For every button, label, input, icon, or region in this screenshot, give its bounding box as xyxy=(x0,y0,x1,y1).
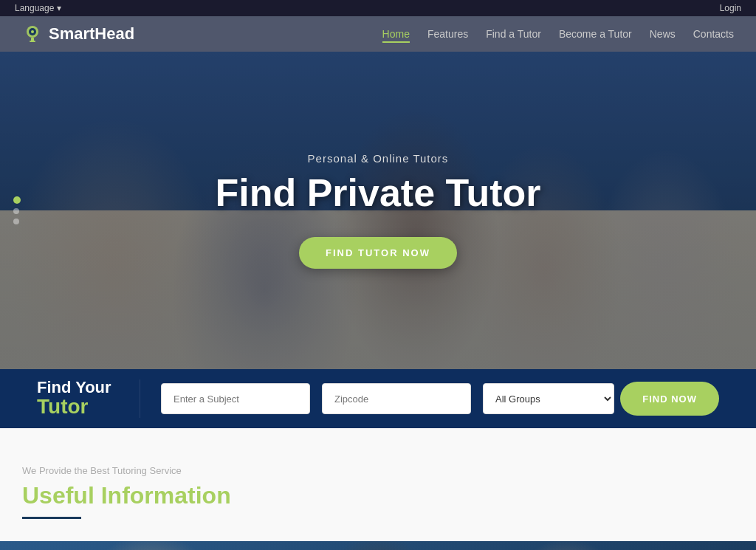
hero-subtitle: Personal & Online Tutors xyxy=(215,152,540,165)
find-tutor-now-button[interactable]: FIND TUTOR NOW xyxy=(299,237,457,269)
logo-text: SmartHead xyxy=(49,24,134,44)
slide-dot-3[interactable] xyxy=(13,219,19,224)
hero-content: Personal & Online Tutors Find Private Tu… xyxy=(215,152,540,268)
nav-link-features[interactable]: Features xyxy=(427,28,468,40)
language-label: Language xyxy=(15,3,54,13)
svg-point-2 xyxy=(31,30,34,33)
section-subtitle: We Provide the Best Tutoring Service xyxy=(22,465,734,476)
chevron-down-icon: ▾ xyxy=(57,3,61,13)
nav-item-features[interactable]: Features xyxy=(427,27,468,41)
svg-rect-4 xyxy=(30,41,35,42)
bottom-image-strip xyxy=(0,541,756,550)
nav-item-become-tutor[interactable]: Become a Tutor xyxy=(559,27,632,41)
content-section: We Provide the Best Tutoring Service Use… xyxy=(0,428,756,541)
section-title-part2: Information xyxy=(101,482,231,509)
slide-dot-1[interactable] xyxy=(13,196,21,204)
zipcode-input[interactable] xyxy=(322,383,471,414)
subject-input[interactable] xyxy=(161,383,310,414)
groups-select[interactable]: All Groups Primary Secondary College Uni… xyxy=(483,383,614,414)
section-title-part1: Useful xyxy=(22,482,101,509)
nav-link-become-tutor[interactable]: Become a Tutor xyxy=(559,28,632,40)
nav-link-news[interactable]: News xyxy=(650,28,676,40)
nav-link-find-tutor[interactable]: Find a Tutor xyxy=(486,28,541,40)
search-label-line1: Find Your xyxy=(37,379,125,396)
nav-link-contacts[interactable]: Contacts xyxy=(693,28,734,40)
search-label-line2: Tutor xyxy=(37,396,125,419)
nav-item-contacts[interactable]: Contacts xyxy=(693,27,734,41)
hero-title: Find Private Tutor xyxy=(215,172,540,214)
nav-item-home[interactable]: Home xyxy=(382,27,410,41)
nav-link-home[interactable]: Home xyxy=(382,28,410,43)
search-bar: Find Your Tutor All Groups Primary Secon… xyxy=(0,369,756,428)
search-inputs-container: All Groups Primary Secondary College Uni… xyxy=(140,382,734,416)
slide-dot-2[interactable] xyxy=(13,208,19,214)
hero-section: Personal & Online Tutors Find Private Tu… xyxy=(0,52,756,369)
search-label: Find Your Tutor xyxy=(22,379,140,419)
nav-item-find-tutor[interactable]: Find a Tutor xyxy=(486,27,541,41)
login-link[interactable]: Login xyxy=(720,3,741,13)
section-title: Useful Information xyxy=(22,482,734,509)
language-selector[interactable]: Language ▾ xyxy=(15,3,61,13)
title-underline xyxy=(22,517,81,519)
main-nav: Home Features Find a Tutor Become a Tuto… xyxy=(382,27,734,41)
slide-indicators xyxy=(13,196,21,224)
logo-icon xyxy=(22,24,43,44)
header: SmartHead Home Features Find a Tutor Bec… xyxy=(0,16,756,52)
top-bar: Language ▾ Login xyxy=(0,0,756,16)
nav-item-news[interactable]: News xyxy=(650,27,676,41)
find-now-button[interactable]: FIND NOW xyxy=(620,382,719,416)
logo[interactable]: SmartHead xyxy=(22,24,134,44)
